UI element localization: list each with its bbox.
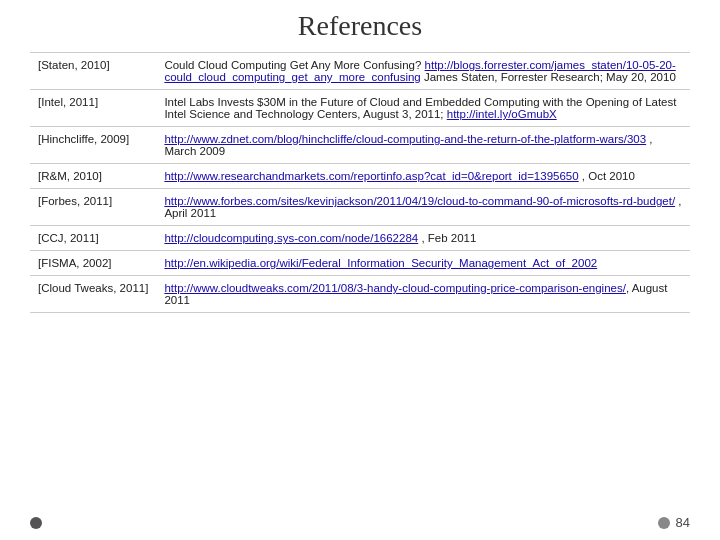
reference-cell: http://www.cloudtweaks.com/2011/08/3-han… (156, 276, 690, 313)
reference-text: Intel Labs Invests $30M in the Future of… (164, 96, 676, 120)
table-row: [FISMA, 2002]http://en.wikipedia.org/wik… (30, 251, 690, 276)
reference-cell: Could Cloud Computing Get Any More Confu… (156, 53, 690, 90)
reference-cell: http://en.wikipedia.org/wiki/Federal_Inf… (156, 251, 690, 276)
reference-link[interactable]: http://www.researchandmarkets.com/report… (164, 170, 578, 182)
footer-dot-right (658, 517, 670, 529)
reference-link[interactable]: http://en.wikipedia.org/wiki/Federal_Inf… (164, 257, 597, 269)
table-row: [Forbes, 2011]http://www.forbes.com/site… (30, 189, 690, 226)
citation-cell: [Forbes, 2011] (30, 189, 156, 226)
reference-suffix: , Feb 2011 (418, 232, 476, 244)
table-row: [Cloud Tweaks, 2011]http://www.cloudtwea… (30, 276, 690, 313)
reference-cell: Intel Labs Invests $30M in the Future of… (156, 90, 690, 127)
citation-cell: [Intel, 2011] (30, 90, 156, 127)
footer-dot-left (30, 517, 42, 529)
reference-cell: http://www.researchandmarkets.com/report… (156, 164, 690, 189)
citation-cell: [R&M, 2010] (30, 164, 156, 189)
page: References [Staten, 2010]Could Cloud Com… (0, 0, 720, 540)
table-row: [Intel, 2011]Intel Labs Invests $30M in … (30, 90, 690, 127)
citation-cell: [FISMA, 2002] (30, 251, 156, 276)
reference-link[interactable]: http://www.forbes.com/sites/kevinjackson… (164, 195, 675, 207)
page-title: References (30, 10, 690, 42)
reference-text: Could Cloud Computing Get Any More Confu… (164, 59, 424, 71)
reference-link[interactable]: http://cloudcomputing.sys-con.com/node/1… (164, 232, 418, 244)
footer: 84 (30, 507, 690, 530)
reference-cell: http://cloudcomputing.sys-con.com/node/1… (156, 226, 690, 251)
table-row: [Staten, 2010]Could Cloud Computing Get … (30, 53, 690, 90)
citation-cell: [Cloud Tweaks, 2011] (30, 276, 156, 313)
reference-link[interactable]: http://www.zdnet.com/blog/hinchcliffe/cl… (164, 133, 646, 145)
reference-suffix: , Oct 2010 (579, 170, 635, 182)
reference-link[interactable]: http://www.cloudtweaks.com/2011/08/3-han… (164, 282, 626, 294)
citation-cell: [CCJ, 2011] (30, 226, 156, 251)
table-row: [R&M, 2010]http://www.researchandmarkets… (30, 164, 690, 189)
citation-cell: [Hinchcliffe, 2009] (30, 127, 156, 164)
citation-cell: [Staten, 2010] (30, 53, 156, 90)
footer-page: 84 (658, 515, 690, 530)
page-number: 84 (676, 515, 690, 530)
table-row: [Hinchcliffe, 2009]http://www.zdnet.com/… (30, 127, 690, 164)
table-row: [CCJ, 2011]http://cloudcomputing.sys-con… (30, 226, 690, 251)
reference-cell: http://www.forbes.com/sites/kevinjackson… (156, 189, 690, 226)
reference-suffix: James Staten, Forrester Research; May 20… (421, 71, 676, 83)
reference-link[interactable]: http://intel.ly/oGmubX (447, 108, 557, 120)
references-table: [Staten, 2010]Could Cloud Computing Get … (30, 52, 690, 313)
reference-cell: http://www.zdnet.com/blog/hinchcliffe/cl… (156, 127, 690, 164)
